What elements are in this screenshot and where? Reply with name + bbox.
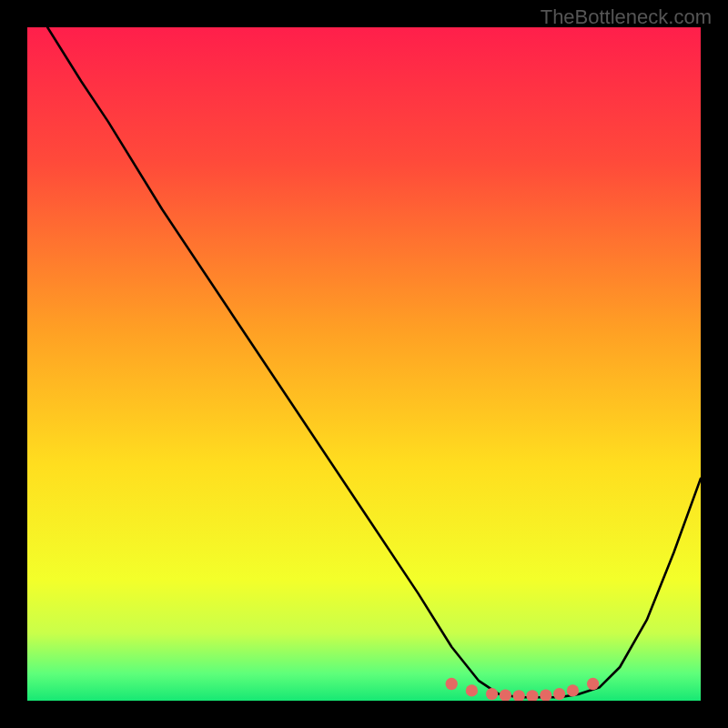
bottleneck-curve [27, 27, 701, 701]
marker-dot [526, 690, 538, 701]
marker-dot [500, 689, 511, 701]
marker-dot [513, 690, 525, 701]
marker-dot [446, 678, 458, 690]
marker-dot [466, 684, 478, 696]
marker-dot [486, 688, 498, 700]
marker-dot [553, 688, 565, 700]
marker-dot [540, 689, 551, 701]
marker-dot [567, 684, 579, 696]
curve-path [47, 27, 701, 697]
watermark-text: TheBottleneck.com [541, 5, 712, 29]
marker-dot [587, 678, 599, 690]
plot-area [27, 27, 701, 701]
flat-region-markers [446, 678, 600, 701]
